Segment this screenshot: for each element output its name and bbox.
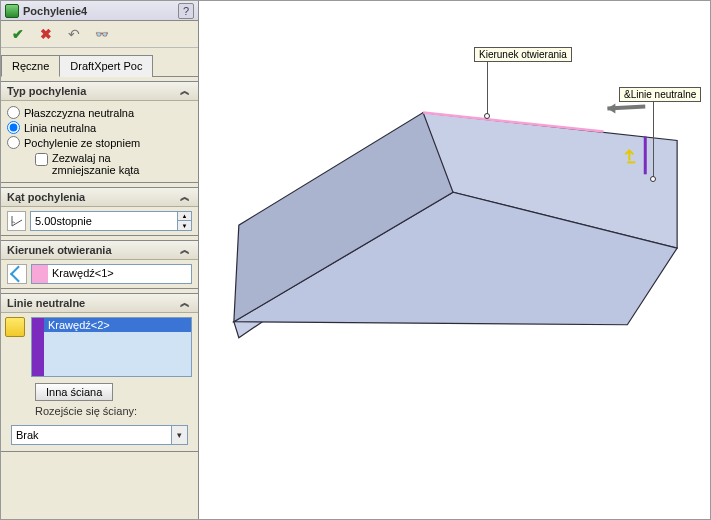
section-header-direction[interactable]: Kierunek otwierania <box>1 241 198 260</box>
angle-spinner[interactable]: ▲ ▼ <box>177 212 191 230</box>
model-view <box>199 1 710 519</box>
graphics-viewport[interactable]: Kierunek otwierania &Linie neutralne <box>199 1 710 519</box>
angle-input-box[interactable]: ▲ ▼ <box>30 211 192 231</box>
list-item[interactable]: Krawędź<2> <box>44 318 191 332</box>
collapse-icon[interactable] <box>178 296 192 310</box>
neutral-lines-listbox[interactable]: Krawędź<2> <box>31 317 192 377</box>
callout-direction: Kierunek otwierania <box>474 47 572 62</box>
action-row <box>1 21 198 48</box>
neutral-lines-icon <box>5 317 25 337</box>
radio-neutral-line[interactable]: Linia neutralna <box>7 120 192 135</box>
tab-draftxpert[interactable]: DraftXpert Poc <box>59 55 153 77</box>
radio-neutral-line-label: Linia neutralna <box>24 122 96 134</box>
ok-button[interactable] <box>9 25 27 43</box>
leader-line <box>653 102 654 178</box>
section-neutral-lines: Linie neutralne Krawędź<2> Inna ściana R… <box>1 293 198 452</box>
radio-step-draft-input[interactable] <box>7 136 20 149</box>
radio-neutral-line-input[interactable] <box>7 121 20 134</box>
radio-step-draft-label: Pochylenie ze stopniem <box>24 137 140 149</box>
feature-icon <box>5 4 19 18</box>
leader-line <box>487 62 488 115</box>
direction-color-swatch <box>32 265 48 283</box>
section-draft-angle: Kąt pochylenia ▲ ▼ <box>1 187 198 236</box>
property-panel: Pochylenie4 ? Ręczne DraftXpert Poc Typ … <box>1 1 199 519</box>
combo-value: Brak <box>12 429 171 441</box>
mode-tabs: Ręczne DraftXpert Poc <box>1 54 198 77</box>
spin-up-button[interactable]: ▲ <box>177 212 191 221</box>
section-header-type[interactable]: Typ pochylenia <box>1 82 198 101</box>
checkbox-allow-reduce-label: Zezwalaj na zmniejszanie kąta <box>52 152 139 176</box>
radio-neutral-plane-label: Płaszczyzna neutralna <box>24 107 134 119</box>
radio-step-draft[interactable]: Pochylenie ze stopniem <box>7 135 192 150</box>
section-header-lines[interactable]: Linie neutralne <box>1 294 198 313</box>
cancel-button[interactable] <box>37 25 55 43</box>
checkbox-allow-reduce-input[interactable] <box>35 153 48 166</box>
tab-manual[interactable]: Ręczne <box>1 55 60 77</box>
section-draft-type: Typ pochylenia Płaszczyzna neutralna Lin… <box>1 81 198 183</box>
collapse-icon[interactable] <box>178 84 192 98</box>
panel-titlebar: Pochylenie4 ? <box>1 1 198 21</box>
radio-neutral-plane[interactable]: Płaszczyzna neutralna <box>7 105 192 120</box>
spin-down-button[interactable]: ▼ <box>177 221 191 230</box>
other-face-button[interactable]: Inna ściana <box>35 383 113 401</box>
section-title-type: Typ pochylenia <box>7 85 178 97</box>
neutral-lines-color-swatch <box>32 318 44 376</box>
face-propagation-label: Rozejście się ściany: <box>7 403 192 419</box>
angle-input[interactable] <box>31 212 177 230</box>
section-title-lines: Linie neutralne <box>7 297 178 309</box>
section-title-angle: Kąt pochylenia <box>7 191 178 203</box>
undo-button[interactable] <box>65 25 83 43</box>
checkbox-allow-reduce[interactable]: Zezwalaj na zmniejszanie kąta <box>7 150 192 178</box>
section-header-angle[interactable]: Kąt pochylenia <box>1 188 198 207</box>
help-button[interactable]: ? <box>178 3 194 19</box>
section-title-direction: Kierunek otwierania <box>7 244 178 256</box>
radio-neutral-plane-input[interactable] <box>7 106 20 119</box>
panel-title: Pochylenie4 <box>23 5 178 17</box>
chevron-down-icon[interactable] <box>171 426 187 444</box>
section-direction: Kierunek otwierania Krawędź<1> <box>1 240 198 289</box>
collapse-icon[interactable] <box>178 243 192 257</box>
leader-endpoint <box>650 176 656 182</box>
angle-icon <box>7 211 26 231</box>
preview-button[interactable] <box>93 25 111 43</box>
face-propagation-combo[interactable]: Brak <box>11 425 188 445</box>
collapse-icon[interactable] <box>178 190 192 204</box>
callout-neutral-lines: &Linie neutralne <box>619 87 701 102</box>
direction-value: Krawędź<1> <box>48 265 191 283</box>
direction-selection-box[interactable]: Krawędź<1> <box>31 264 192 284</box>
leader-endpoint <box>484 113 490 119</box>
svg-marker-6 <box>607 104 615 114</box>
reverse-direction-icon[interactable] <box>7 264 27 284</box>
